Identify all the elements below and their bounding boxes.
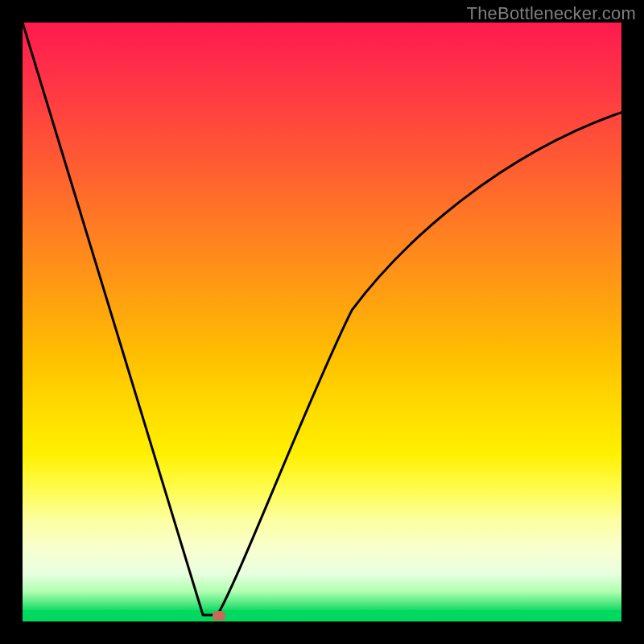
watermark-text: TheBottlenecker.com <box>467 3 636 24</box>
minimum-marker <box>213 611 225 621</box>
bottleneck-curve <box>23 23 621 621</box>
chart-frame <box>23 23 621 621</box>
